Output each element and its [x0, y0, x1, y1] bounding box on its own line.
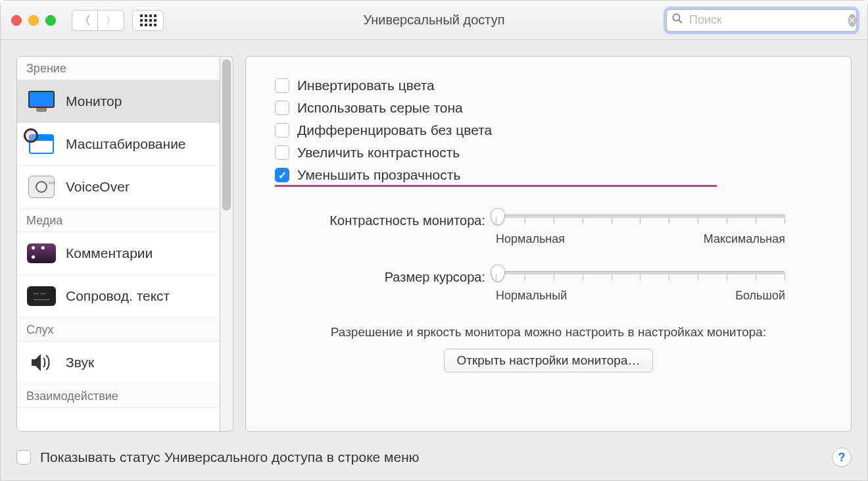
- contrast-label: Контрастность монитора:: [275, 212, 485, 228]
- show-all-button[interactable]: [132, 10, 164, 31]
- search-icon: [672, 13, 683, 27]
- highlight-underline: [275, 185, 717, 187]
- slider-min-label: Нормальный: [496, 289, 567, 303]
- titlebar: 〈 〉 Универсальный доступ ✕: [1, 1, 867, 40]
- sidebar-item-zoom[interactable]: Масштабирование: [17, 123, 220, 166]
- show-status-label[interactable]: Показывать статус Универсального доступа…: [40, 449, 420, 465]
- section-header-hearing: Слух: [17, 318, 220, 342]
- checkbox-differentiate-without-color[interactable]: Дифференцировать без цвета: [275, 122, 822, 138]
- apps-grid-icon: [140, 14, 157, 26]
- slider-min-label: Нормальная: [496, 232, 565, 246]
- scrollbar-thumb[interactable]: [222, 59, 231, 211]
- checkbox-label: Увеличить контрастность: [297, 145, 460, 161]
- monitor-icon: [26, 88, 57, 114]
- comments-icon: ● ● ●: [26, 240, 57, 266]
- minimize-window-button[interactable]: [28, 15, 39, 26]
- sidebar-item-captions[interactable]: — ———— Сопровод. текст: [17, 275, 220, 318]
- checkbox-label: Использовать серые тона: [297, 100, 463, 116]
- zoom-icon: [26, 131, 57, 157]
- search-input[interactable]: [688, 13, 843, 28]
- forward-button[interactable]: 〉: [98, 10, 124, 31]
- sidebar: Зрение Монитор Масштабирование ›››: [16, 56, 220, 432]
- cursor-slider-row: Размер курсора: Нормальный Большой: [275, 268, 822, 303]
- checkbox-icon: [275, 101, 289, 115]
- chevron-right-icon: 〉: [105, 13, 117, 28]
- section-header-media: Медиа: [17, 209, 220, 232]
- contrast-slider-row: Контрастность монитора: Нормальная Макси…: [275, 212, 822, 246]
- body: Зрение Монитор Масштабирование ›››: [1, 40, 867, 440]
- checkbox-invert-colors[interactable]: Инвертировать цвета: [275, 78, 822, 93]
- captions-icon: — ————: [26, 283, 57, 309]
- traffic-lights: [11, 15, 56, 26]
- checkbox-icon[interactable]: [16, 450, 31, 465]
- sidebar-item-label: Монитор: [66, 93, 122, 109]
- sidebar-item-label: Масштабирование: [66, 136, 186, 152]
- zoom-window-button[interactable]: [45, 15, 56, 26]
- help-button[interactable]: ?: [832, 447, 852, 467]
- checkbox-label: Уменьшить прозрачность: [297, 167, 460, 183]
- section-header-vision: Зрение: [17, 57, 220, 80]
- cursor-slider[interactable]: Нормальный Большой: [496, 268, 785, 303]
- checkbox-increase-contrast[interactable]: Увеличить контрастность: [275, 145, 822, 161]
- checkbox-icon: [275, 145, 289, 160]
- sidebar-item-label: VoiceOver: [66, 179, 130, 195]
- sidebar-item-voiceover[interactable]: ››› VoiceOver: [17, 166, 220, 209]
- open-display-settings-button[interactable]: Открыть настройки монитора…: [444, 349, 652, 372]
- main-panel: Инвертировать цвета Использовать серые т…: [245, 56, 852, 432]
- help-icon: ?: [838, 451, 846, 465]
- checkbox-icon: [275, 168, 289, 182]
- sliders: Контрастность монитора: Нормальная Макси…: [275, 212, 822, 303]
- clear-search-button[interactable]: ✕: [848, 14, 856, 27]
- sidebar-item-label: Сопровод. текст: [66, 288, 170, 304]
- checkbox-icon: [275, 123, 289, 138]
- voiceover-icon: ›››: [26, 174, 57, 200]
- slider-max-label: Большой: [735, 289, 785, 303]
- sidebar-container: Зрение Монитор Масштабирование ›››: [16, 56, 233, 432]
- sidebar-item-comments[interactable]: ● ● ● Комментарии: [17, 232, 220, 275]
- cursor-label: Размер курсора:: [275, 268, 485, 285]
- back-button[interactable]: 〈: [72, 10, 98, 31]
- svg-line-1: [679, 20, 683, 24]
- window-title: Универсальный доступ: [363, 13, 504, 28]
- checkbox-icon: [275, 78, 289, 93]
- sidebar-scrollbar[interactable]: [220, 56, 233, 432]
- section-header-interaction: Взаимодействие: [17, 384, 220, 408]
- sidebar-item-label: Комментарии: [66, 245, 153, 261]
- checkbox-label: Дифференцировать без цвета: [297, 122, 492, 138]
- sidebar-item-monitor[interactable]: Монитор: [17, 80, 220, 123]
- checkbox-label: Инвертировать цвета: [297, 78, 435, 93]
- nav-buttons: 〈 〉: [72, 10, 124, 31]
- slider-max-label: Максимальная: [704, 232, 785, 246]
- window: 〈 〉 Универсальный доступ ✕ Зрение: [0, 0, 868, 481]
- chevron-left-icon: 〈: [79, 13, 91, 28]
- contrast-slider[interactable]: Нормальная Максимальная: [496, 212, 785, 246]
- search-field[interactable]: ✕: [666, 9, 857, 32]
- checkbox-grayscale[interactable]: Использовать серые тона: [275, 100, 822, 116]
- footer: Показывать статус Универсального доступа…: [1, 440, 867, 480]
- svg-point-0: [673, 14, 680, 21]
- checkbox-reduce-transparency[interactable]: Уменьшить прозрачность: [275, 167, 822, 183]
- sidebar-item-sound[interactable]: Звук: [17, 342, 220, 384]
- close-window-button[interactable]: [11, 15, 22, 26]
- display-hint-text: Разрешение и яркость монитора можно наст…: [275, 325, 822, 340]
- sound-icon: [26, 349, 57, 376]
- sidebar-item-label: Звук: [66, 355, 94, 370]
